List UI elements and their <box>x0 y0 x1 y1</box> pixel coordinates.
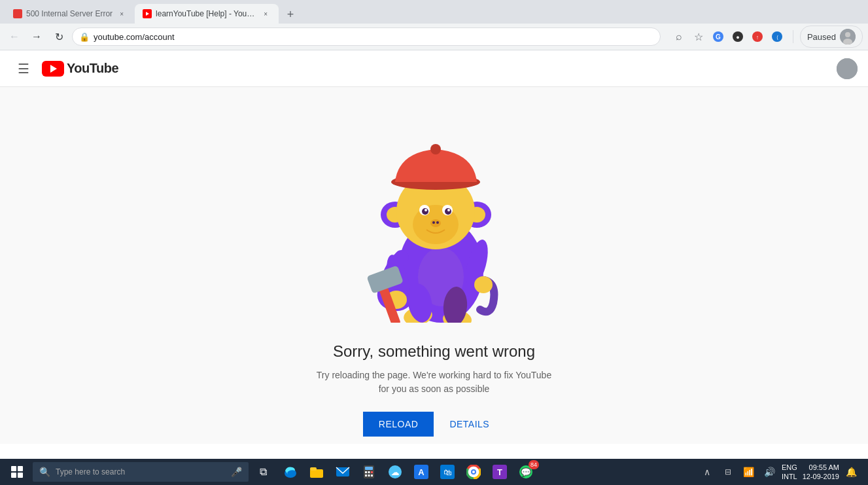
error-title: Sorry, something went wrong <box>333 342 535 361</box>
svg-rect-50 <box>365 475 367 476</box>
ext-icon-3[interactable]: ⟨ <box>768 27 786 46</box>
svg-point-27 <box>447 209 450 211</box>
clock-time[interactable]: 09:55 AM 12-09-2019 <box>803 463 839 482</box>
svg-point-36 <box>474 276 493 293</box>
taskbar-whatsapp[interactable]: 💬 84 <box>513 459 539 485</box>
svg-text:●: ● <box>736 34 739 41</box>
yt-header: ☰ YouTube <box>0 50 868 87</box>
taskbar-mic-icon[interactable]: 🎤 <box>231 467 242 477</box>
address-bar: ← → ↻ 🔒 youtube.com/account ⌕ ☆ G ● <box>0 24 868 50</box>
url-bar[interactable]: 🔒 youtube.com/account <box>72 27 661 46</box>
svg-rect-51 <box>368 475 370 476</box>
paused-badge[interactable]: Paused <box>800 26 863 48</box>
tab-2-title: learnYouTube [Help] - YouTube <box>156 9 256 18</box>
svg-text:G: G <box>716 33 721 41</box>
windows-logo <box>11 466 23 478</box>
svg-rect-46 <box>365 467 373 470</box>
taskbar-apps: ☁ A 🛍 T 💬 <box>277 459 539 485</box>
new-tab-button[interactable]: + <box>281 5 300 24</box>
notification-icon[interactable]: 🔔 <box>842 463 860 481</box>
user-avatar <box>840 29 856 45</box>
yt-logo-icon <box>42 61 64 77</box>
tab-bar: 500 Internal Server Error × learnYouTube… <box>0 0 868 24</box>
lock-icon: 🔒 <box>79 32 90 42</box>
reload-button[interactable]: ↻ <box>50 27 68 46</box>
tab-1-title: 500 Internal Server Error <box>26 9 113 18</box>
whatsapp-badge: 84 <box>529 460 539 469</box>
taskbar-teams[interactable]: T <box>487 459 513 485</box>
svg-point-26 <box>425 209 427 211</box>
svg-rect-43 <box>310 467 317 471</box>
date-text: 12-09-2019 <box>803 473 839 480</box>
taskbar-search-text: Type here to search <box>56 467 125 476</box>
divider <box>793 30 793 43</box>
url-text: youtube.com/account <box>94 32 175 42</box>
error-buttons: RELOAD DETAILS <box>363 412 505 437</box>
svg-text:⟨: ⟨ <box>776 35 778 41</box>
youtube-page: ☰ YouTube <box>0 50 868 444</box>
svg-rect-47 <box>365 471 367 473</box>
toolbar-icons: ⌕ ☆ G ● ↑ <box>670 27 786 46</box>
browser-chrome: 500 Internal Server Error × learnYouTube… <box>0 0 868 50</box>
error-subtitle-line2: for you as soon as possible <box>379 384 490 394</box>
tab-2[interactable]: learnYouTube [Help] - YouTube × <box>135 4 279 24</box>
svg-point-9 <box>845 32 850 37</box>
error-main: Sorry, something went wrong Try reloadin… <box>0 87 868 444</box>
svg-text:↑: ↑ <box>756 34 759 41</box>
svg-rect-48 <box>368 471 370 473</box>
error-subtitle-line1: Try reloading the page. We're working ha… <box>317 370 551 380</box>
taskbar-task-view[interactable]: ⧉ <box>250 459 276 485</box>
error-subtitle: Try reloading the page. We're working ha… <box>317 368 551 396</box>
time-text: 09:55 AM <box>809 463 839 471</box>
svg-text:T: T <box>497 467 502 477</box>
svg-text:☁: ☁ <box>391 468 399 477</box>
volume-icon[interactable]: 🔊 <box>761 463 779 481</box>
tab-1-close[interactable]: × <box>116 9 127 19</box>
svg-point-62 <box>472 471 475 473</box>
search-icon[interactable]: ⌕ <box>670 27 688 46</box>
error-illustration <box>343 107 526 329</box>
tab-2-close[interactable]: × <box>260 9 271 19</box>
network-display-icon[interactable]: ⊟ <box>719 463 737 481</box>
ext-g-icon[interactable]: G <box>709 27 727 46</box>
taskbar-right: ∧ ⊟ 📶 🔊 ENGINTL 09:55 AM 12-09-2019 🔔 <box>698 463 865 482</box>
taskbar-file-explorer[interactable] <box>304 459 330 485</box>
svg-point-30 <box>436 221 439 224</box>
taskbar-ads[interactable]: A <box>408 459 434 485</box>
tab-1[interactable]: 500 Internal Server Error × <box>5 4 135 24</box>
language-indicator: ENGINTL <box>782 463 797 482</box>
ext-icon-2[interactable]: ↑ <box>748 27 767 46</box>
tab-2-favicon <box>143 9 152 18</box>
taskbar: 🔍 Type here to search 🎤 ⧉ ☁ A <box>0 459 868 485</box>
svg-point-20 <box>430 144 441 154</box>
hamburger-icon: ☰ <box>18 61 29 77</box>
ext-icon-1[interactable]: ● <box>729 27 747 46</box>
yt-user-avatar[interactable] <box>837 58 858 79</box>
task-view-icon: ⧉ <box>260 466 267 478</box>
taskbar-edge[interactable] <box>277 459 304 485</box>
yt-logo-text: YouTube <box>67 61 118 76</box>
yt-logo[interactable]: YouTube <box>42 61 118 77</box>
svg-text:A: A <box>418 467 425 477</box>
svg-rect-49 <box>371 471 373 473</box>
taskbar-calculator[interactable] <box>356 459 382 485</box>
svg-point-29 <box>432 221 435 224</box>
forward-button[interactable]: → <box>27 27 46 46</box>
details-button[interactable]: DETAILS <box>434 412 505 437</box>
yt-menu-button[interactable]: ☰ <box>10 56 37 82</box>
taskbar-mail[interactable] <box>330 459 356 485</box>
taskbar-search-icon: 🔍 <box>39 467 50 477</box>
back-button[interactable]: ← <box>5 27 24 46</box>
taskbar-bing[interactable]: ☁ <box>382 459 408 485</box>
bookmark-icon[interactable]: ☆ <box>689 27 708 46</box>
svg-point-11 <box>837 58 858 79</box>
reload-page-button[interactable]: RELOAD <box>363 412 434 437</box>
network-icon[interactable]: 📶 <box>740 463 758 481</box>
paused-label: Paused <box>807 32 836 42</box>
taskbar-chrome[interactable] <box>460 459 487 485</box>
svg-point-28 <box>430 219 441 227</box>
show-hidden-icon[interactable]: ∧ <box>698 463 716 481</box>
taskbar-search-bar[interactable]: 🔍 Type here to search 🎤 <box>33 462 249 482</box>
taskbar-store[interactable]: 🛍 <box>434 459 460 485</box>
start-button[interactable] <box>3 459 31 485</box>
